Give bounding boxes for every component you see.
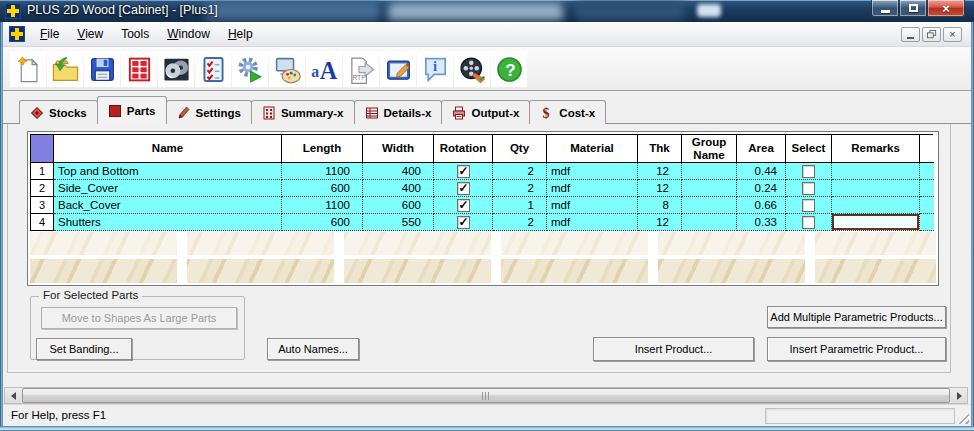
cell-group-name[interactable] bbox=[682, 163, 737, 180]
insert-parametric-product-button[interactable]: Insert Parametric Product... bbox=[767, 337, 946, 361]
toolbar-button-info[interactable]: i bbox=[417, 51, 453, 87]
row-number[interactable]: 1 bbox=[31, 163, 54, 180]
cell-thk[interactable]: 12 bbox=[638, 214, 682, 231]
scrollbar-thumb[interactable] bbox=[22, 388, 950, 403]
tab-cost-x[interactable]: $ Cost-x bbox=[529, 100, 606, 124]
toolbar-button-run-optimization[interactable] bbox=[232, 51, 268, 87]
tab-settings[interactable]: Settings bbox=[166, 100, 252, 124]
cell-area[interactable]: 0.66 bbox=[737, 197, 786, 214]
cell-length[interactable]: 1100 bbox=[282, 197, 363, 214]
tab-parts[interactable]: Parts bbox=[97, 96, 167, 124]
cell-remarks[interactable] bbox=[832, 163, 920, 180]
close-button[interactable]: × bbox=[927, 0, 965, 17]
toolbar-button-help[interactable]: ? bbox=[491, 51, 527, 87]
cell-width[interactable]: 400 bbox=[363, 180, 434, 197]
cell-select[interactable] bbox=[786, 163, 832, 180]
tab-details-x[interactable]: Details-x bbox=[354, 100, 443, 124]
cell-qty[interactable]: 1 bbox=[493, 197, 547, 214]
grid-corner-cell[interactable] bbox=[31, 135, 54, 163]
minimize-button[interactable] bbox=[871, 0, 899, 17]
cell-length[interactable]: 1100 bbox=[282, 163, 363, 180]
cell-thk[interactable]: 12 bbox=[638, 163, 682, 180]
menu-tools[interactable]: Tools bbox=[112, 22, 158, 47]
insert-product-button[interactable]: Insert Product... bbox=[593, 337, 754, 361]
select-checkbox[interactable] bbox=[802, 165, 815, 178]
cell-qty[interactable]: 2 bbox=[493, 163, 547, 180]
toolbar-button-review-checklist[interactable] bbox=[195, 51, 231, 87]
toolbar-button-media-colors[interactable] bbox=[454, 51, 490, 87]
mdi-minimize-button[interactable] bbox=[901, 27, 920, 42]
cell-length[interactable]: 600 bbox=[282, 180, 363, 197]
menu-help[interactable]: Help bbox=[219, 22, 262, 47]
tab-stocks[interactable]: Stocks bbox=[19, 100, 98, 124]
toolbar-button-export-rtf[interactable]: RTF bbox=[343, 51, 379, 87]
cell-rotation[interactable] bbox=[434, 163, 493, 180]
wood-texture-empty-rows[interactable] bbox=[30, 232, 936, 283]
cell-width[interactable]: 600 bbox=[363, 197, 434, 214]
toolbar-button-new-document[interactable] bbox=[10, 51, 46, 87]
cell-thk[interactable]: 12 bbox=[638, 180, 682, 197]
rotation-checkbox[interactable] bbox=[457, 182, 470, 195]
toolbar-button-open-project[interactable] bbox=[47, 51, 83, 87]
cell-group-name[interactable] bbox=[682, 180, 737, 197]
maximize-button[interactable] bbox=[899, 0, 927, 17]
resize-grip[interactable] bbox=[956, 411, 969, 424]
select-checkbox[interactable] bbox=[802, 216, 815, 229]
cell-name[interactable]: Top and Bottom bbox=[54, 163, 282, 180]
cell-name[interactable]: Shutters bbox=[54, 214, 282, 231]
cell-width[interactable]: 550 bbox=[363, 214, 434, 231]
menu-window[interactable]: Window bbox=[158, 22, 219, 47]
select-checkbox[interactable] bbox=[802, 199, 815, 212]
move-to-shapes-button[interactable]: Move to Shapes As Large Parts bbox=[41, 307, 237, 329]
cell-rotation[interactable] bbox=[434, 197, 493, 214]
cell-area[interactable]: 0.44 bbox=[737, 163, 786, 180]
menu-file[interactable]: File bbox=[31, 22, 68, 47]
cell-width[interactable]: 400 bbox=[363, 163, 434, 180]
cell-length[interactable]: 600 bbox=[282, 214, 363, 231]
cell-remarks[interactable] bbox=[832, 197, 920, 214]
horizontal-scrollbar[interactable] bbox=[4, 387, 968, 404]
mdi-close-button[interactable]: × bbox=[943, 27, 962, 42]
toolbar-button-optimize-media[interactable] bbox=[158, 51, 194, 87]
cell-thk[interactable]: 8 bbox=[638, 197, 682, 214]
mdi-restore-button[interactable] bbox=[922, 27, 941, 42]
rotation-checkbox[interactable] bbox=[457, 199, 470, 212]
toolbar-button-parts-table[interactable] bbox=[121, 51, 157, 87]
scroll-left-button[interactable] bbox=[5, 388, 21, 403]
toolbar-button-display-palette[interactable] bbox=[269, 51, 305, 87]
cell-name[interactable]: Side_Cover bbox=[54, 180, 282, 197]
cell-area[interactable]: 0.24 bbox=[737, 180, 786, 197]
toolbar-button-edit-pad[interactable] bbox=[380, 51, 416, 87]
cell-rotation[interactable] bbox=[434, 180, 493, 197]
cell-material[interactable]: mdf bbox=[547, 197, 638, 214]
cell-name[interactable]: Back_Cover bbox=[54, 197, 282, 214]
tab-output-x[interactable]: Output-x bbox=[441, 100, 530, 124]
cell-qty[interactable]: 2 bbox=[493, 180, 547, 197]
cell-select[interactable] bbox=[786, 180, 832, 197]
rotation-checkbox[interactable] bbox=[457, 216, 470, 229]
select-checkbox[interactable] bbox=[802, 182, 815, 195]
cell-material[interactable]: mdf bbox=[547, 214, 638, 231]
cell-group-name[interactable] bbox=[682, 214, 737, 231]
cell-remarks-focused[interactable] bbox=[832, 214, 920, 231]
menu-view[interactable]: View bbox=[68, 22, 112, 47]
row-number[interactable]: 2 bbox=[31, 180, 54, 197]
cell-group-name[interactable] bbox=[682, 197, 737, 214]
auto-names-button[interactable]: Auto Names... bbox=[267, 338, 359, 360]
cell-select[interactable] bbox=[786, 197, 832, 214]
cell-material[interactable]: mdf bbox=[547, 163, 638, 180]
tab-summary-x[interactable]: Summary-x bbox=[251, 100, 355, 124]
cell-area[interactable]: 0.33 bbox=[737, 214, 786, 231]
scroll-right-button[interactable] bbox=[951, 388, 967, 403]
cell-select[interactable] bbox=[786, 214, 832, 231]
cell-material[interactable]: mdf bbox=[547, 180, 638, 197]
rotation-checkbox[interactable] bbox=[457, 165, 470, 178]
toolbar-button-fonts[interactable]: a A bbox=[306, 51, 342, 87]
set-banding-button[interactable]: Set Banding... bbox=[36, 338, 132, 360]
cell-remarks[interactable] bbox=[832, 180, 920, 197]
cell-qty[interactable]: 2 bbox=[493, 214, 547, 231]
row-number[interactable]: 3 bbox=[31, 197, 54, 214]
row-number[interactable]: 4 bbox=[31, 214, 54, 231]
add-multiple-parametric-products-button[interactable]: Add Multiple Parametric Products... bbox=[767, 306, 946, 328]
toolbar-button-save[interactable] bbox=[84, 51, 120, 87]
